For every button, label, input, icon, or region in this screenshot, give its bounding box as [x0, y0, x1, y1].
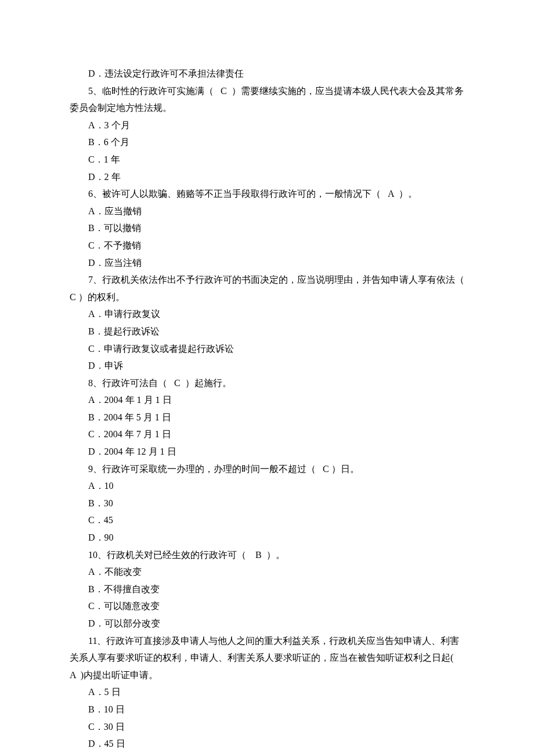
text-line: 12、下列属于特别许可的是（ D ）。	[70, 753, 464, 756]
text-line: B．6 个月	[70, 134, 464, 151]
text-line: D．应当注销	[70, 254, 464, 272]
text-line: A．应当撤销	[70, 203, 464, 220]
document-page: D．违法设定行政许可不承担法律责任5、临时性的行政许可实施满（ C ）需要继续实…	[0, 0, 534, 756]
text-line: A．5 日	[70, 683, 464, 701]
text-line: D．申诉	[70, 357, 464, 375]
text-line: 9、行政许可采取统一办理的，办理的时间一般不超过（ C ）日。	[70, 460, 464, 478]
text-line: D．违法设定行政许可不承担法律责任	[70, 65, 464, 82]
document-body: D．违法设定行政许可不承担法律责任5、临时性的行政许可实施满（ C ）需要继续实…	[70, 65, 464, 756]
text-line: D．45 日	[70, 735, 464, 753]
text-line: B．可以撤销	[70, 219, 464, 237]
text-line: C．1 年	[70, 151, 464, 168]
text-line: A．10	[70, 477, 464, 495]
text-line: D．2 年	[70, 168, 464, 186]
text-line: D．可以部分改变	[70, 615, 464, 632]
text-line: C．2004 年 7 月 1 日	[70, 426, 464, 443]
text-line: 10、行政机关对已经生效的行政许可（ B ）。	[70, 546, 464, 564]
text-line: 8、行政许可法自（ C ）起施行。	[70, 375, 464, 392]
text-line: C．45	[70, 512, 464, 529]
text-line: A．申请行政复议	[70, 305, 464, 323]
text-line: A．3 个月	[70, 117, 464, 134]
text-line: A．2004 年 1 月 1 日	[70, 391, 464, 409]
text-line: 5、临时性的行政许可实施满（ C ）需要继续实施的，应当提请本级人民代表大会及其…	[70, 82, 464, 117]
text-line: B．不得擅自改变	[70, 581, 464, 598]
text-line: C．30 日	[70, 718, 464, 736]
text-line: A．不能改变	[70, 563, 464, 581]
text-line: 6、被许可人以欺骗、贿赂等不正当手段取得行政许可的，一般情况下（ A ）。	[70, 185, 464, 203]
text-line: B．2004 年 5 月 1 日	[70, 409, 464, 426]
text-line: D．2004 年 12 月 1 日	[70, 443, 464, 460]
text-line: C．不予撤销	[70, 237, 464, 254]
text-line: B．30	[70, 495, 464, 512]
text-line: D．90	[70, 529, 464, 546]
text-line: 11、行政许可直接涉及申请人与他人之间的重大利益关系，行政机关应当告知申请人、利…	[70, 632, 464, 684]
text-line: B．10 日	[70, 701, 464, 718]
text-line: B．提起行政诉讼	[70, 323, 464, 340]
text-line: 7、行政机关依法作出不予行政许可的书面决定的，应当说明理由，并告知申请人享有依法…	[70, 271, 464, 305]
text-line: C．可以随意改变	[70, 597, 464, 615]
text-line: C．申请行政复议或者提起行政诉讼	[70, 340, 464, 358]
